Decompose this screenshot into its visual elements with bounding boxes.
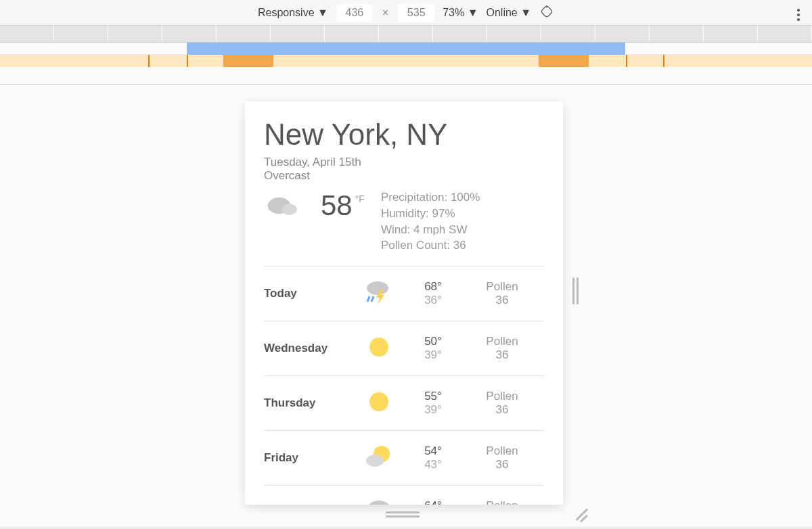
chevron-down-icon: ▼: [520, 7, 531, 18]
forecast-hi: 68°: [406, 280, 460, 294]
resize-handle-right[interactable]: [570, 277, 582, 304]
chevron-down-icon: ▼: [468, 7, 478, 18]
forecast-row: Thursday 55° 39° Pollen 36: [264, 376, 544, 431]
device-toolbar: Responsive ▼ × 73% ▼ Online ▼: [0, 0, 812, 26]
zoom-label: 73%: [443, 7, 464, 18]
toolbar-separator: [0, 67, 812, 85]
breakpoint-ruler[interactable]: [0, 26, 812, 43]
temp-value: 58: [321, 189, 353, 222]
city-name: New York, NY: [264, 118, 544, 152]
svg-point-9: [369, 392, 388, 411]
humidity-value: 97%: [432, 207, 455, 220]
overcast-icon: [264, 189, 304, 225]
rain-icon: [352, 498, 406, 505]
forecast-row: Friday 54° 43° Pollen 36: [264, 431, 544, 486]
viewport-area: New York, NY Tuesday, April 15th Overcas…: [0, 85, 812, 529]
forecast-row: Today 68° 36° Pollen: [264, 267, 544, 321]
svg-line-6: [367, 296, 369, 302]
svg-point-12: [368, 501, 390, 505]
height-input[interactable]: [398, 4, 434, 22]
sun-icon: [352, 388, 406, 418]
humidity-label: Humidity:: [381, 207, 429, 220]
wind-label: Wind:: [381, 223, 410, 236]
weather-card: New York, NY Tuesday, April 15th Overcas…: [245, 101, 563, 505]
media-query-bar-max[interactable]: [0, 43, 812, 55]
forecast-temps: 68° 36°: [406, 280, 460, 307]
forecast-lo: 39°: [406, 348, 460, 362]
forecast-list: Today 68° 36° Pollen: [264, 266, 544, 505]
forecast-day: Friday: [264, 451, 352, 465]
forecast-hi: 50°: [406, 335, 460, 348]
forecast-hi: 54°: [406, 444, 460, 458]
forecast-day: Today: [264, 287, 352, 300]
chevron-down-icon: ▼: [317, 7, 328, 18]
device-select-label: Responsive: [258, 7, 315, 18]
device-frame[interactable]: New York, NY Tuesday, April 15th Overcas…: [245, 101, 563, 505]
more-options-icon[interactable]: [797, 7, 800, 23]
forecast-hi: 64°: [406, 499, 460, 505]
forecast-row: Wednesday 50° 39° Pollen 36: [264, 321, 544, 376]
forecast-temps: 54° 43°: [406, 444, 460, 472]
pollen-label: Pollen Count:: [381, 239, 450, 252]
network-select[interactable]: Online ▼: [487, 7, 532, 19]
dimension-separator: ×: [382, 7, 388, 19]
svg-point-3: [281, 204, 297, 215]
forecast-pollen: Pollen 36: [460, 390, 544, 417]
forecast-pollen: Pollen 36: [460, 280, 544, 307]
forecast-pollen: Pollen 36: [460, 499, 544, 505]
sun-icon: [352, 334, 406, 363]
thunder-icon: [352, 279, 406, 308]
precip-value: 100%: [451, 191, 480, 204]
date-text: Tuesday, April 15th: [264, 156, 544, 169]
forecast-day: Thursday: [264, 396, 352, 410]
resize-handle-bottom[interactable]: [386, 509, 420, 519]
forecast-lo: 39°: [406, 403, 460, 417]
rotate-icon[interactable]: [539, 4, 554, 22]
zoom-select[interactable]: 73% ▼: [443, 7, 478, 19]
forecast-temps: 64° 46°: [406, 499, 460, 505]
precip-label: Precipitation:: [381, 191, 447, 204]
width-input[interactable]: [336, 4, 373, 22]
forecast-lo: 36°: [406, 294, 460, 307]
device-select[interactable]: Responsive ▼: [258, 7, 328, 19]
partly-cloudy-icon: [352, 443, 406, 473]
temp-unit: °F: [355, 193, 365, 204]
svg-point-8: [369, 338, 388, 356]
current-temp: 58 °F: [321, 189, 365, 222]
forecast-row: Saturday 64° 46° Pollen: [264, 486, 544, 505]
forecast-lo: 43°: [406, 458, 460, 472]
svg-line-7: [371, 296, 374, 302]
forecast-day: Wednesday: [264, 342, 352, 355]
svg-point-11: [366, 455, 384, 467]
pollen-value: 36: [453, 239, 466, 252]
forecast-temps: 50° 39°: [406, 335, 460, 362]
media-query-bar-min[interactable]: [0, 55, 812, 67]
network-label: Online: [487, 7, 518, 18]
forecast-pollen: Pollen 36: [460, 335, 544, 362]
wind-value: 4 mph SW: [413, 223, 467, 236]
forecast-pollen: Pollen 36: [460, 444, 544, 472]
svg-point-4: [367, 281, 388, 295]
condition-text: Overcast: [264, 169, 544, 183]
forecast-hi: 55°: [406, 390, 460, 403]
resize-handle-corner[interactable]: [572, 507, 590, 524]
forecast-temps: 55° 39°: [406, 390, 460, 417]
weather-meta: Precipitation: 100% Humidity: 97% Wind: …: [381, 189, 480, 254]
